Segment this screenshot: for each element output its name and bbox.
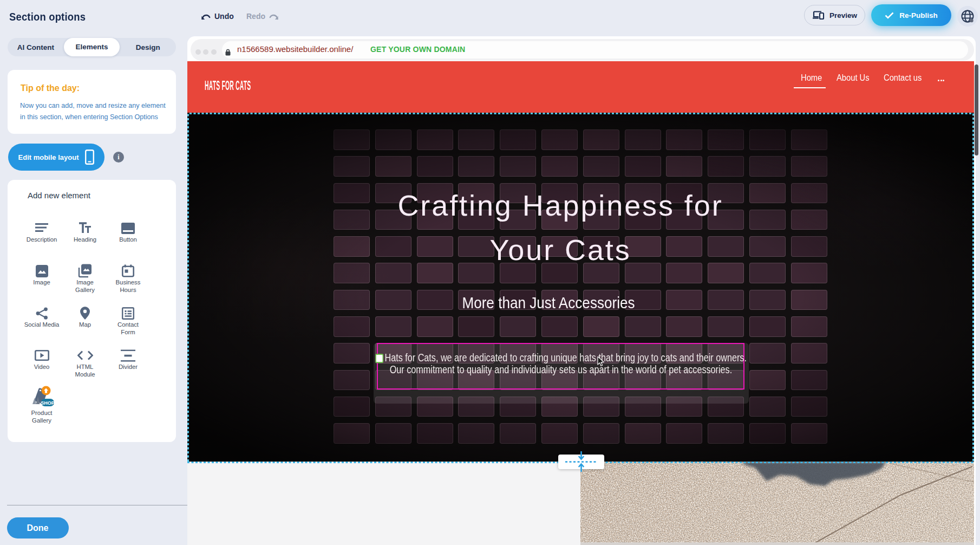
svg-text:SHOP: SHOP xyxy=(41,400,54,406)
